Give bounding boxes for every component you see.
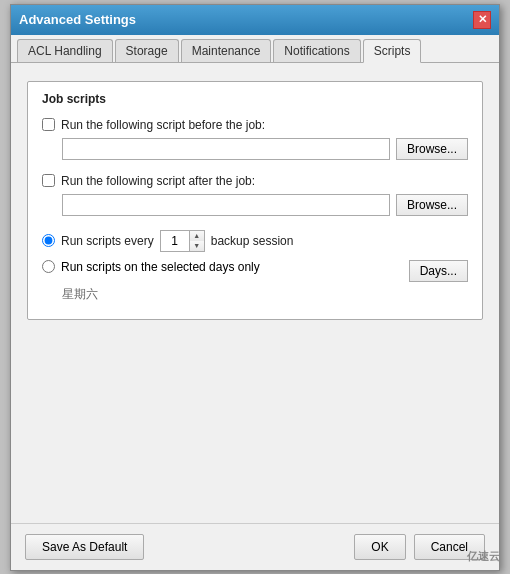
title-bar: Advanced Settings ✕ bbox=[11, 5, 499, 35]
after-script-row: Run the following script after the job: bbox=[42, 174, 468, 188]
spin-box: ▲ ▼ bbox=[160, 230, 205, 252]
ok-cancel-group: OK Cancel bbox=[354, 534, 485, 560]
before-script-row: Run the following script before the job: bbox=[42, 118, 468, 132]
before-script-input[interactable] bbox=[62, 138, 390, 160]
window-title: Advanced Settings bbox=[19, 12, 136, 27]
bottom-bar: Save As Default OK Cancel bbox=[11, 523, 499, 570]
run-every-row: Run scripts every ▲ ▼ backup session bbox=[42, 230, 468, 252]
spin-up-button[interactable]: ▲ bbox=[190, 231, 204, 241]
before-script-input-row: Browse... bbox=[62, 138, 468, 160]
tab-acl-handling[interactable]: ACL Handling bbox=[17, 39, 113, 62]
run-every-prefix: Run scripts every bbox=[61, 234, 154, 248]
before-script-checkbox[interactable] bbox=[42, 118, 55, 131]
spin-input[interactable] bbox=[161, 231, 189, 251]
after-browse-button[interactable]: Browse... bbox=[396, 194, 468, 216]
job-scripts-group: Job scripts Run the following script bef… bbox=[27, 81, 483, 320]
after-script-label: Run the following script after the job: bbox=[61, 174, 255, 188]
watermark: 亿速云 bbox=[467, 549, 500, 564]
tab-notifications[interactable]: Notifications bbox=[273, 39, 360, 62]
before-script-label: Run the following script before the job: bbox=[61, 118, 265, 132]
run-days-label: Run scripts on the selected days only bbox=[61, 260, 260, 274]
spin-down-button[interactable]: ▼ bbox=[190, 241, 204, 251]
ok-button[interactable]: OK bbox=[354, 534, 405, 560]
close-button[interactable]: ✕ bbox=[473, 11, 491, 29]
tab-maintenance[interactable]: Maintenance bbox=[181, 39, 272, 62]
save-default-button[interactable]: Save As Default bbox=[25, 534, 144, 560]
run-every-radio[interactable] bbox=[42, 234, 55, 247]
run-days-radio[interactable] bbox=[42, 260, 55, 273]
run-days-row: Run scripts on the selected days only Da… bbox=[42, 260, 468, 282]
group-label: Job scripts bbox=[42, 92, 468, 106]
advanced-settings-window: Advanced Settings ✕ ACL Handling Storage… bbox=[10, 4, 500, 571]
run-days-inner: Run scripts on the selected days only bbox=[42, 260, 409, 274]
tab-content-scripts: Job scripts Run the following script bef… bbox=[11, 63, 499, 523]
days-button[interactable]: Days... bbox=[409, 260, 468, 282]
tab-scripts[interactable]: Scripts bbox=[363, 39, 422, 63]
run-every-suffix: backup session bbox=[211, 234, 294, 248]
after-script-input-row: Browse... bbox=[62, 194, 468, 216]
before-browse-button[interactable]: Browse... bbox=[396, 138, 468, 160]
spin-arrows: ▲ ▼ bbox=[189, 231, 204, 251]
tab-bar: ACL Handling Storage Maintenance Notific… bbox=[11, 35, 499, 63]
days-sub-text: 星期六 bbox=[62, 286, 468, 303]
after-script-checkbox[interactable] bbox=[42, 174, 55, 187]
tab-storage[interactable]: Storage bbox=[115, 39, 179, 62]
after-script-input[interactable] bbox=[62, 194, 390, 216]
